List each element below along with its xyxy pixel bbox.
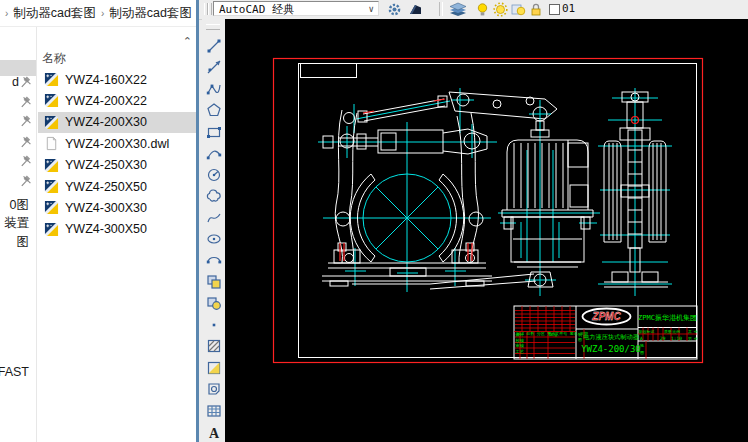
pin-icon [20,115,32,128]
tool-multiline-text[interactable]: A [204,423,223,442]
pin-icon [20,175,32,188]
tool-revision-cloud[interactable] [204,187,223,206]
tool-ellipse[interactable] [204,230,223,249]
workspace-label: AutoCAD 经典 [219,3,294,16]
spec-scale: 1:10 [671,336,682,341]
plain-file-icon [44,136,59,151]
sidebar-item[interactable] [0,174,36,191]
file-row[interactable]: YWZ4-300X30 [38,197,196,218]
workspace-dropdown[interactable]: AutoCAD 经典 ∨ [213,1,379,16]
polyline-icon [206,81,222,97]
breadcrumb-item-2[interactable]: 制动器cad套图 [109,5,192,22]
make-block-icon [206,295,222,311]
gradient-icon [206,360,222,376]
tool-construction-line[interactable] [204,58,223,77]
gear-icon [387,2,402,17]
spec-header-3: 比例 [673,329,681,334]
layer-lock-toggle[interactable] [527,1,545,18]
tool-line[interactable] [204,37,223,56]
toolbar-grip[interactable] [208,3,212,15]
sidebar-item[interactable]: d [0,75,36,92]
sheet-count: 共 张 [688,329,698,334]
spec-header-2: 质量 [664,329,672,334]
sidebar-item[interactable]: 0图 [0,197,36,214]
file-row-selected[interactable]: YWZ4-200X30 [38,112,196,133]
file-row[interactable]: YWZ4-200X22 [38,90,196,111]
workspace-toggle-button[interactable] [407,1,425,18]
file-explorer-panel: › 制动器cad套图 › 制动器cad套图 d [0,0,196,442]
breadcrumb: › 制动器cad套图 › 制动器cad套图 [0,0,196,27]
tool-spline[interactable] [204,208,223,227]
file-name: YWZ4-160X22 [65,73,147,87]
tool-circle[interactable] [204,165,223,184]
screen: › 制动器cad套图 › 制动器cad套图 d [0,0,748,442]
layer-color-swatch[interactable] [545,1,563,18]
dwg-file-icon [44,200,59,215]
dwg-file-icon [44,93,59,108]
dwg-file-icon [44,179,59,194]
product-name: 电力液压块式制动器 [583,333,640,341]
sidebar-item[interactable] [0,135,36,152]
tool-insert-block[interactable] [204,272,223,291]
file-name: YWZ4-200X22 [65,94,147,108]
rev-extra: 批准 [548,332,558,337]
current-layer-name[interactable]: 01 [562,2,575,15]
insert-block-icon [206,274,222,290]
tool-hatch[interactable] [204,337,223,356]
toolbar-grip[interactable] [206,24,220,30]
lock-icon [529,2,543,17]
sidebar-item[interactable]: 图 [0,234,36,251]
breadcrumb-item-1[interactable]: 制动器cad套图 [13,5,96,22]
name-cell-side: 图 [578,337,582,342]
workspace-icon [408,2,424,17]
spec-mark: A [640,336,643,341]
pin-icon [20,136,32,149]
file-row[interactable]: YWZ4-200X30.dwl [38,133,196,154]
tool-polygon[interactable] [204,101,223,120]
sidebar-item[interactable] [0,114,36,131]
dwg-file-icon [44,222,59,237]
rectangle-icon [206,124,222,140]
file-row[interactable]: YWZ4-250X30 [38,155,196,176]
zpmc-logo: ZPMC [583,309,631,325]
tool-gradient[interactable] [204,358,223,377]
tool-arc[interactable] [204,144,223,163]
layer-properties-button[interactable] [447,1,469,18]
tool-table[interactable] [204,401,223,420]
rev-row3: 审核 [516,343,525,348]
tb-mark: 换 [639,343,644,348]
sidebar-item[interactable]: FAST [0,365,36,382]
spec-header-1: 阶段标记 [639,329,654,334]
tool-region[interactable] [204,380,223,399]
company-name: ZPMC振华港机集团 [638,314,697,322]
tool-ellipse-arc[interactable] [204,251,223,270]
ellipse-icon [206,231,222,247]
sidebar-item[interactable] [0,154,36,171]
collapse-chevron-icon[interactable]: ⌃ [183,35,192,48]
dwg-file-icon [44,115,59,130]
sidebar-item-label: 图 [17,234,30,251]
model-number: YWZ4-200/30 [581,344,641,354]
layer-on-toggle[interactable] [473,1,491,18]
tool-polyline[interactable] [204,79,223,98]
region-icon [206,381,222,397]
file-list: 名称 ⌃ YWZ4-160X22 YWZ4-200X22 [38,27,196,442]
tool-make-block[interactable] [204,294,223,313]
workspace-settings-button[interactable] [385,1,403,18]
file-row[interactable]: YWZ4-250X50 [38,176,196,197]
layer-freeze-toggle[interactable] [491,1,509,18]
file-row[interactable]: YWZ4-160X22 [38,69,196,90]
drawing-canvas[interactable]: ZPMC 标记 处数 分区 更改文件号 签名 日期 设计 校核 审核 工艺 批准… [225,19,748,442]
layer-vp-freeze-toggle[interactable] [509,1,527,18]
ellipse-arc-icon [206,253,222,269]
tool-point[interactable] [204,315,223,334]
sidebar-item[interactable]: 装置 [0,215,36,232]
file-name: YWZ4-250X50 [65,180,147,194]
logo-text: ZPMC [591,311,621,322]
file-row[interactable]: YWZ4-300X50 [38,219,196,240]
rev-row1: 设计 [516,332,525,337]
column-header-name[interactable]: 名称 [42,50,66,67]
sidebar-item[interactable] [0,95,36,112]
tool-rectangle[interactable] [204,122,223,141]
autocad-window: AutoCAD 经典 ∨ [196,0,748,442]
